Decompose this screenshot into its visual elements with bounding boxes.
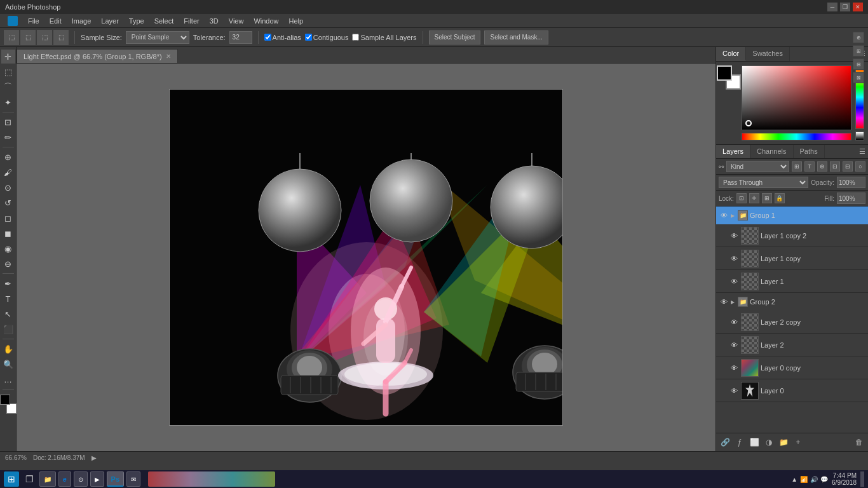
menu-select[interactable]: Select bbox=[149, 16, 179, 26]
select-mask-button[interactable]: Select and Mask... bbox=[484, 30, 548, 44]
fg-bg-switcher[interactable] bbox=[717, 65, 741, 90]
filter-icon-3[interactable]: ⊕ bbox=[817, 161, 827, 172]
new-layer-button[interactable]: + bbox=[792, 436, 804, 449]
color-gradient[interactable] bbox=[742, 65, 851, 130]
layers-panel-menu[interactable]: ☰ bbox=[857, 145, 868, 158]
taskbar-ie[interactable]: e bbox=[58, 471, 71, 487]
magic-wand-tool[interactable]: ✦ bbox=[1, 95, 15, 109]
path-select-tool[interactable]: ↖ bbox=[1, 307, 15, 321]
brush-tool[interactable]: 🖌 bbox=[1, 165, 15, 179]
tab-swatches[interactable]: Swatches bbox=[746, 47, 790, 61]
filter-icon-4[interactable]: ⊡ bbox=[830, 161, 840, 172]
color-arrange-icon[interactable]: ⊟ bbox=[853, 58, 864, 70]
spot-healing-tool[interactable]: ⊕ bbox=[1, 150, 15, 164]
canvas-image[interactable] bbox=[169, 89, 563, 426]
color-selector[interactable] bbox=[0, 395, 17, 414]
group1-header[interactable]: 👁 ▶ 📁 Group 1 bbox=[716, 207, 868, 224]
blend-mode-select[interactable]: Pass Through bbox=[719, 177, 808, 188]
tab-close-button[interactable]: ✕ bbox=[166, 53, 171, 60]
document-tab[interactable]: Light Effect.psd @ 66.7% (Group 1, RGB/8… bbox=[17, 49, 178, 63]
layer0copy-item[interactable]: 👁 Layer 0 copy bbox=[716, 356, 868, 379]
close-button[interactable]: ✕ bbox=[853, 3, 863, 11]
menu-image[interactable]: Image bbox=[67, 16, 97, 26]
group2-header[interactable]: 👁 ▶ 📁 Group 2 bbox=[716, 293, 868, 311]
blur-tool[interactable]: ◉ bbox=[1, 241, 15, 255]
color-target-icon[interactable]: ⊕ bbox=[853, 32, 864, 43]
restore-button[interactable]: ❐ bbox=[840, 3, 850, 11]
layer2-visibility[interactable]: 👁 bbox=[729, 340, 739, 350]
gradient-tool[interactable]: ◼ bbox=[1, 226, 15, 240]
tab-paths[interactable]: Paths bbox=[794, 145, 825, 158]
anti-alias-checkbox[interactable] bbox=[264, 34, 271, 41]
layer2-item[interactable]: 👁 Layer 2 bbox=[716, 334, 868, 356]
add-style-button[interactable]: ƒ bbox=[733, 436, 746, 449]
tool-option-3[interactable]: ⬚ bbox=[53, 30, 69, 45]
add-mask-button[interactable]: ⬜ bbox=[748, 436, 761, 449]
layer2copy-visibility[interactable]: 👁 bbox=[729, 317, 739, 327]
tab-layers[interactable]: Layers bbox=[716, 145, 750, 158]
layer2copy-item[interactable]: 👁 Layer 2 copy bbox=[716, 311, 868, 334]
taskbar-mediaplayer[interactable]: ▶ bbox=[90, 471, 104, 487]
link-layers-button[interactable]: 🔗 bbox=[719, 436, 731, 449]
alpha-bar[interactable] bbox=[855, 132, 864, 140]
window-controls[interactable]: ─ ❐ ✕ bbox=[827, 3, 863, 11]
menu-type[interactable]: Type bbox=[124, 16, 149, 26]
menu-file[interactable]: File bbox=[23, 16, 44, 26]
menu-window[interactable]: Window bbox=[248, 16, 283, 26]
clone-tool[interactable]: ⊙ bbox=[1, 180, 15, 194]
layer1copy-visibility[interactable]: 👁 bbox=[729, 254, 739, 264]
pen-tool[interactable]: ✒ bbox=[1, 276, 15, 290]
shape-tool[interactable]: ⬛ bbox=[1, 322, 15, 336]
sample-all-label[interactable]: Sample All Layers bbox=[352, 34, 416, 41]
layer1-visibility[interactable]: 👁 bbox=[729, 276, 739, 287]
group1-expand-triangle[interactable]: ▶ bbox=[731, 213, 735, 219]
layer0copy-visibility[interactable]: 👁 bbox=[729, 363, 739, 373]
opacity-input[interactable]: 100% bbox=[837, 177, 865, 188]
start-button[interactable]: ⊞ bbox=[4, 471, 19, 487]
layer1copy2-item[interactable]: 👁 Layer 1 copy 2 bbox=[716, 224, 868, 247]
menu-filter[interactable]: Filter bbox=[179, 16, 204, 26]
menu-ps[interactable] bbox=[3, 15, 23, 27]
group2-visibility[interactable]: 👁 bbox=[719, 297, 729, 307]
menu-layer[interactable]: Layer bbox=[96, 16, 124, 26]
lock-position-icon[interactable]: ✛ bbox=[749, 193, 759, 203]
tray-volume-icon[interactable]: 🔊 bbox=[810, 476, 818, 483]
tool-option-2[interactable]: ⬚ bbox=[37, 30, 52, 45]
tray-notification-icon[interactable]: 💬 bbox=[820, 476, 828, 483]
tab-channels[interactable]: Channels bbox=[750, 145, 793, 158]
menu-help[interactable]: Help bbox=[284, 16, 309, 26]
layer1-item[interactable]: 👁 Layer 1 bbox=[716, 270, 868, 293]
sample-size-select[interactable]: Point Sample bbox=[126, 31, 189, 44]
hue-bar[interactable] bbox=[742, 133, 851, 140]
color-copy-icon[interactable]: ⊠ bbox=[853, 72, 864, 83]
tool-option-1[interactable]: ⬚ bbox=[20, 30, 36, 45]
taskbar-explorer[interactable]: 📁 bbox=[39, 471, 56, 487]
minimize-button[interactable]: ─ bbox=[827, 3, 837, 11]
anti-alias-label[interactable]: Anti-alias bbox=[264, 34, 301, 41]
menu-view[interactable]: View bbox=[224, 16, 249, 26]
show-desktop-button[interactable] bbox=[860, 471, 864, 487]
taskbar-photoshop[interactable]: Ps bbox=[107, 471, 124, 487]
eyedropper-tool[interactable]: ✏ bbox=[1, 130, 15, 144]
eraser-tool[interactable]: ◻ bbox=[1, 211, 15, 225]
filter-icon-5[interactable]: ⊟ bbox=[843, 161, 853, 172]
layer0-item[interactable]: 👁 Layer 0 bbox=[716, 379, 868, 402]
color-mode-icon[interactable]: ⊞ bbox=[853, 45, 864, 57]
crop-tool[interactable]: ⊡ bbox=[1, 115, 15, 129]
bg-color-box[interactable] bbox=[6, 403, 17, 414]
task-view-button[interactable]: ❐ bbox=[22, 471, 37, 487]
menu-3d[interactable]: 3D bbox=[205, 16, 224, 26]
history-brush-tool[interactable]: ↺ bbox=[1, 196, 15, 210]
type-tool[interactable]: T bbox=[1, 292, 15, 306]
lasso-tool[interactable]: ⌒ bbox=[1, 80, 15, 94]
move-tool[interactable]: ✛ bbox=[1, 50, 15, 64]
new-group-button[interactable]: 📁 bbox=[777, 436, 790, 449]
tolerance-input[interactable] bbox=[229, 31, 252, 44]
lock-artboards-icon[interactable]: ⊞ bbox=[762, 193, 772, 203]
color-spectrum[interactable] bbox=[742, 65, 851, 140]
filter-toggle[interactable]: ○ bbox=[855, 161, 865, 172]
sample-all-checkbox[interactable] bbox=[352, 34, 359, 41]
zoom-tool[interactable]: 🔍 bbox=[1, 357, 15, 371]
lock-pixels-icon[interactable]: ⊡ bbox=[736, 193, 747, 203]
dodge-tool[interactable]: ⊖ bbox=[1, 257, 15, 271]
